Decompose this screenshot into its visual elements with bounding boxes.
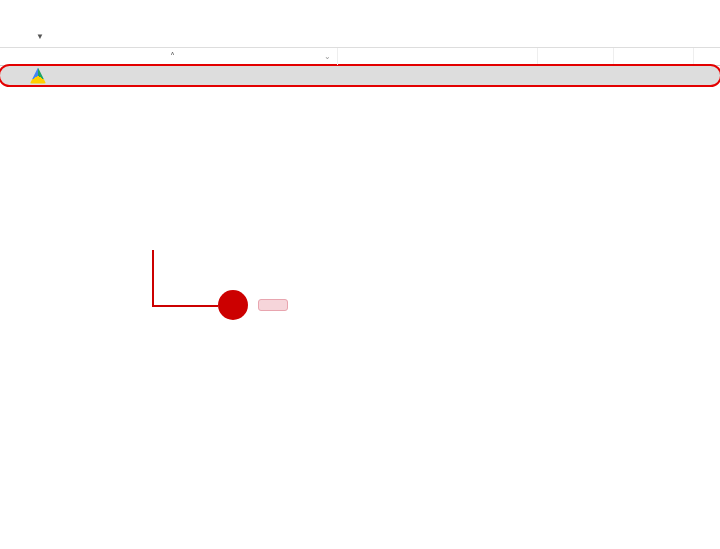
- program-row-selected[interactable]: [0, 66, 720, 85]
- step-label: [258, 299, 288, 311]
- toolbar: ▼: [0, 26, 720, 48]
- column-headers: ˄ ⌄: [0, 48, 720, 66]
- step-number-badge: [218, 290, 248, 320]
- col-publisher[interactable]: [338, 48, 538, 65]
- chevron-down-icon: ▼: [36, 32, 44, 41]
- google-drive-icon: [30, 68, 46, 84]
- sort-asc-icon: ˄: [170, 51, 175, 62]
- chevron-down-icon[interactable]: ⌄: [324, 52, 331, 61]
- callout-connector: [152, 250, 154, 305]
- annotation-callout: [218, 290, 288, 320]
- col-installed[interactable]: [538, 48, 614, 65]
- organize-button[interactable]: ▼: [32, 32, 44, 41]
- col-size[interactable]: [614, 48, 694, 65]
- col-name[interactable]: ˄ ⌄: [0, 48, 338, 65]
- callout-connector: [152, 305, 218, 307]
